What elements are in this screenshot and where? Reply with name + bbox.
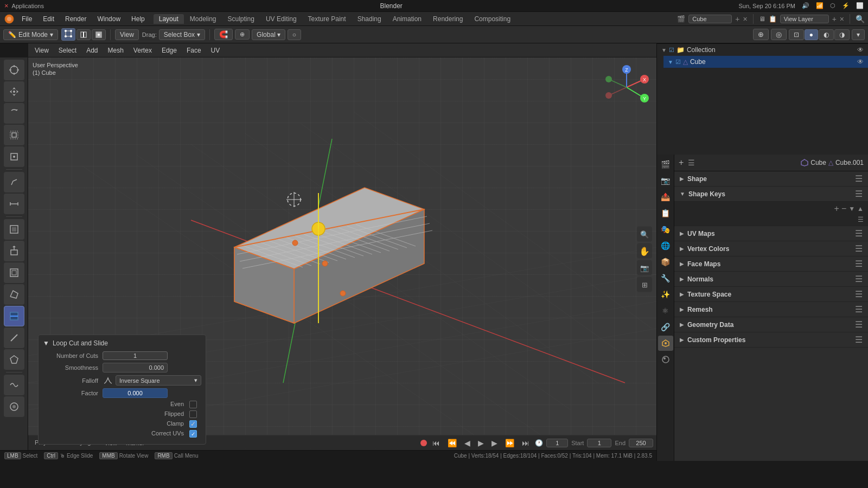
properties-menu-icon[interactable]: ☰	[688, 158, 695, 167]
flipped-checkbox[interactable]	[189, 410, 197, 418]
render-btn[interactable]: ◑	[834, 29, 850, 40]
edge-select-btn[interactable]	[76, 29, 91, 40]
collection-visibility-icon[interactable]: 👁	[857, 46, 864, 54]
custom-props-action[interactable]: ☰	[855, 335, 863, 345]
transform-pivot-btn[interactable]: ⊕	[235, 29, 250, 40]
outliner-cube-item[interactable]: ▼ ☑ △ Cube 👁	[663, 56, 868, 68]
shape-action[interactable]: ☰	[855, 174, 863, 184]
bevel-tool[interactable]	[4, 284, 24, 305]
transform-tool[interactable]	[4, 146, 24, 167]
custom-props-section-header[interactable]: ▶ Custom Properties ☰	[674, 332, 868, 348]
close-btn[interactable]: ×	[4, 2, 9, 10]
world-props-icon[interactable]: 🌐	[658, 238, 673, 253]
mesh-menu[interactable]: Mesh	[105, 46, 127, 55]
edit-menu[interactable]: Edit	[39, 14, 59, 24]
even-checkbox[interactable]	[189, 401, 197, 408]
edge-menu[interactable]: Edge	[158, 46, 180, 55]
solid-shading-btn[interactable]: ●	[805, 29, 818, 40]
step-back-btn[interactable]: ◀	[462, 438, 473, 448]
prev-keyframe-btn[interactable]: ⏪	[445, 438, 459, 448]
grab-tool[interactable]: ✋	[637, 243, 652, 259]
move-tool[interactable]	[4, 81, 24, 102]
shape-keys-down-btn[interactable]: ▼	[848, 205, 855, 213]
shape-section-header[interactable]: ▶ Shape ☰	[674, 171, 868, 187]
poly-build-tool[interactable]	[4, 349, 24, 370]
modifier-props-icon[interactable]: 🔧	[658, 271, 673, 286]
object-props-icon[interactable]: 📦	[658, 254, 673, 269]
smoothness-input[interactable]	[103, 363, 168, 373]
xray-btn[interactable]: ◎	[771, 29, 787, 40]
add-cube-tool[interactable]	[4, 219, 24, 240]
layer-add-icon[interactable]: +	[832, 15, 837, 23]
vertex-colors-action[interactable]: ☰	[855, 243, 863, 254]
vertex-menu[interactable]: Vertex	[130, 46, 155, 55]
gizmo-container[interactable]: X Y Z	[602, 63, 651, 112]
clamp-checkbox[interactable]: ✓	[189, 420, 197, 428]
zoom-in-tool[interactable]: 🔍	[637, 227, 652, 242]
face-maps-action[interactable]: ☰	[855, 259, 863, 269]
workspace-tab-modeling[interactable]: Modeling	[184, 14, 222, 24]
uv-maps-action[interactable]: ☰	[855, 228, 863, 239]
cuts-input[interactable]	[103, 351, 168, 360]
factor-input[interactable]	[103, 388, 168, 398]
normals-action[interactable]: ☰	[855, 274, 863, 284]
workspace-tab-shading[interactable]: Shading	[352, 14, 387, 24]
snap-magnet-btn[interactable]: 🧲	[214, 29, 233, 40]
outliner-collection-item[interactable]: ▼ ☑ 📁 Collection 👁	[657, 44, 868, 56]
texture-space-section-header[interactable]: ▶ Texture Space ☰	[674, 287, 868, 302]
workspace-tab-uv-editing[interactable]: UV Editing	[260, 14, 302, 24]
physics-props-icon[interactable]: ⚛	[658, 303, 673, 318]
next-keyframe-btn[interactable]: ⏩	[503, 438, 516, 448]
shrink-tool[interactable]	[4, 396, 24, 417]
properties-add-icon[interactable]: +	[679, 158, 684, 168]
view-layer-input[interactable]	[780, 15, 829, 23]
play-btn[interactable]: ▶	[476, 438, 486, 448]
measure-tool[interactable]	[4, 194, 24, 214]
normals-section-header[interactable]: ▶ Normals ☰	[674, 272, 868, 287]
panel-header[interactable]: ▼ Loop Cut and Slide	[43, 339, 201, 347]
view-toolbar-btn[interactable]: View	[115, 29, 139, 40]
transform-global-btn[interactable]: Global ▾	[252, 29, 285, 40]
shape-keys-section-header[interactable]: ▼ Shape Keys ☰	[674, 187, 868, 202]
texture-space-action[interactable]: ☰	[855, 289, 863, 299]
help-menu[interactable]: Help	[127, 14, 149, 24]
record-btn[interactable]	[420, 440, 427, 446]
shape-keys-menu-btn[interactable]: ☰	[858, 216, 864, 223]
workspace-tab-compositing[interactable]: Compositing	[469, 14, 516, 24]
skip-end-btn[interactable]: ⏭	[520, 438, 532, 448]
layer-close-icon[interactable]: ×	[840, 15, 844, 23]
shape-keys-remove-btn[interactable]: −	[841, 204, 846, 214]
shape-keys-action[interactable]: ☰	[855, 189, 863, 199]
particles-props-icon[interactable]: ✨	[658, 287, 673, 302]
workspace-tab-rendering[interactable]: Rendering	[427, 14, 468, 24]
face-maps-section-header[interactable]: ▶ Face Maps ☰	[674, 256, 868, 272]
geometry-data-section-header[interactable]: ▶ Geometry Data ☰	[674, 317, 868, 332]
vertex-colors-section-header[interactable]: ▶ Vertex Colors ☰	[674, 241, 868, 256]
search-icon[interactable]: 🔍	[856, 15, 865, 23]
remesh-section-header[interactable]: ▶ Remesh ☰	[674, 302, 868, 317]
workspace-tab-sculpting[interactable]: Sculpting	[222, 14, 260, 24]
material-btn[interactable]: ◐	[819, 29, 834, 40]
rotate-tool[interactable]	[4, 103, 24, 124]
render-props-icon[interactable]: 📷	[658, 173, 673, 188]
scene-props-icon[interactable]: 🎬	[658, 157, 673, 172]
view-menu[interactable]: View	[31, 46, 52, 55]
skip-start-btn[interactable]: ⏮	[430, 438, 442, 448]
add-menu[interactable]: Add	[83, 46, 101, 55]
smooth-tool[interactable]	[4, 375, 24, 395]
mode-selector[interactable]: ✏️ Edit Mode ▾	[3, 29, 58, 40]
scene2-props-icon[interactable]: 🎭	[658, 222, 673, 237]
workspace-tab-layout[interactable]: Layout	[154, 14, 184, 24]
constraints-props-icon[interactable]: 🔗	[658, 319, 673, 335]
cube-visibility-icon[interactable]: ☑	[675, 59, 681, 66]
select-menu[interactable]: Select	[55, 46, 80, 55]
workspace-tab-animation[interactable]: Animation	[387, 14, 427, 24]
cursor-tool[interactable]	[4, 60, 24, 80]
loop-cut-tool left-tool-active[interactable]	[4, 306, 24, 326]
wireframe-btn[interactable]: ⊡	[789, 29, 804, 40]
drag-dropdown[interactable]: Select Box ▾	[159, 29, 205, 40]
scale-tool[interactable]	[4, 125, 24, 145]
shading-settings-btn[interactable]: ▾	[852, 29, 865, 40]
falloff-dropdown[interactable]: Inverse Square ▾	[116, 375, 201, 386]
uv-menu[interactable]: UV	[208, 46, 224, 55]
